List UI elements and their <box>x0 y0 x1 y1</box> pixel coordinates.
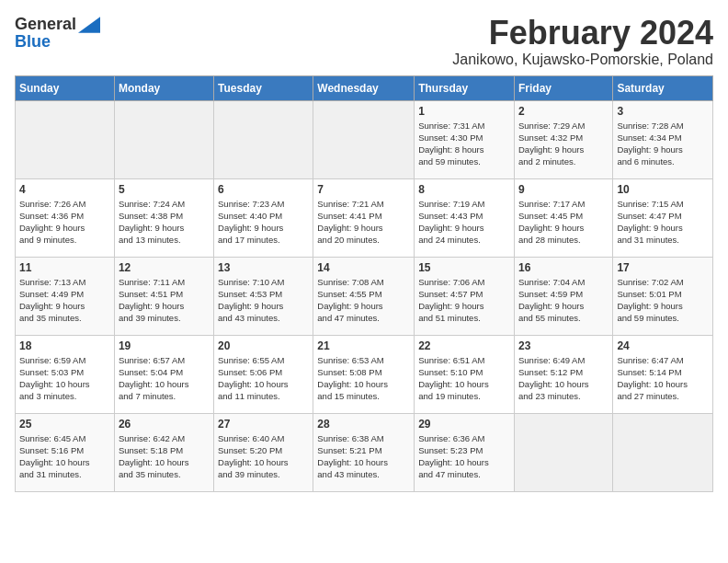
day-info: Sunrise: 7:06 AM Sunset: 4:57 PM Dayligh… <box>418 276 510 325</box>
day-info: Sunrise: 7:13 AM Sunset: 4:49 PM Dayligh… <box>19 276 110 325</box>
weekday-header-wednesday: Wednesday <box>313 75 415 100</box>
calendar-cell <box>114 100 213 178</box>
day-info: Sunrise: 6:49 AM Sunset: 5:12 PM Dayligh… <box>518 354 609 403</box>
weekday-header-monday: Monday <box>114 75 213 100</box>
weekday-header-thursday: Thursday <box>415 75 515 100</box>
day-number: 24 <box>617 339 709 352</box>
calendar-cell: 23Sunrise: 6:49 AM Sunset: 5:12 PM Dayli… <box>514 335 612 413</box>
day-info: Sunrise: 6:57 AM Sunset: 5:04 PM Dayligh… <box>119 354 210 403</box>
calendar-week-1: 1Sunrise: 7:31 AM Sunset: 4:30 PM Daylig… <box>16 100 713 178</box>
logo-general: General <box>15 15 76 34</box>
calendar-header: SundayMondayTuesdayWednesdayThursdayFrid… <box>16 75 713 100</box>
day-number: 17 <box>617 261 709 274</box>
day-info: Sunrise: 7:04 AM Sunset: 4:59 PM Dayligh… <box>518 276 609 325</box>
day-number: 22 <box>418 339 510 352</box>
calendar-cell: 7Sunrise: 7:21 AM Sunset: 4:41 PM Daylig… <box>313 178 415 257</box>
calendar-cell: 10Sunrise: 7:15 AM Sunset: 4:47 PM Dayli… <box>613 178 713 257</box>
day-number: 6 <box>218 183 309 196</box>
day-number: 3 <box>617 105 709 118</box>
calendar-cell: 14Sunrise: 7:08 AM Sunset: 4:55 PM Dayli… <box>313 257 415 335</box>
calendar-cell: 25Sunrise: 6:45 AM Sunset: 5:16 PM Dayli… <box>16 413 115 491</box>
calendar-cell: 5Sunrise: 7:24 AM Sunset: 4:38 PM Daylig… <box>114 178 213 257</box>
calendar-cell <box>613 413 713 491</box>
day-info: Sunrise: 7:10 AM Sunset: 4:53 PM Dayligh… <box>218 276 309 325</box>
day-info: Sunrise: 7:21 AM Sunset: 4:41 PM Dayligh… <box>317 198 410 247</box>
day-info: Sunrise: 7:24 AM Sunset: 4:38 PM Dayligh… <box>119 198 210 247</box>
calendar-week-5: 25Sunrise: 6:45 AM Sunset: 5:16 PM Dayli… <box>16 413 713 491</box>
calendar-cell: 11Sunrise: 7:13 AM Sunset: 4:49 PM Dayli… <box>16 257 115 335</box>
calendar-cell: 21Sunrise: 6:53 AM Sunset: 5:08 PM Dayli… <box>313 335 415 413</box>
day-info: Sunrise: 7:17 AM Sunset: 4:45 PM Dayligh… <box>518 198 609 247</box>
calendar-cell <box>514 413 612 491</box>
calendar-cell: 8Sunrise: 7:19 AM Sunset: 4:43 PM Daylig… <box>415 178 515 257</box>
title-section: February 2024 Janikowo, Kujawsko-Pomorsk… <box>452 15 713 68</box>
calendar-cell: 24Sunrise: 6:47 AM Sunset: 5:14 PM Dayli… <box>613 335 713 413</box>
calendar-cell: 3Sunrise: 7:28 AM Sunset: 4:34 PM Daylig… <box>613 100 713 178</box>
calendar-cell <box>16 100 115 178</box>
calendar-cell: 26Sunrise: 6:42 AM Sunset: 5:18 PM Dayli… <box>114 413 213 491</box>
calendar-cell: 1Sunrise: 7:31 AM Sunset: 4:30 PM Daylig… <box>415 100 515 178</box>
day-number: 29 <box>418 418 510 431</box>
day-info: Sunrise: 7:15 AM Sunset: 4:47 PM Dayligh… <box>617 198 709 247</box>
day-number: 5 <box>119 183 210 196</box>
day-number: 16 <box>518 261 609 274</box>
day-number: 1 <box>418 105 510 118</box>
weekday-header-sunday: Sunday <box>16 75 115 100</box>
calendar-cell: 9Sunrise: 7:17 AM Sunset: 4:45 PM Daylig… <box>514 178 612 257</box>
day-number: 27 <box>218 418 309 431</box>
logo-icon <box>78 17 100 33</box>
day-number: 23 <box>518 339 609 352</box>
day-number: 4 <box>19 183 110 196</box>
calendar-cell: 18Sunrise: 6:59 AM Sunset: 5:03 PM Dayli… <box>16 335 115 413</box>
svg-marker-0 <box>78 17 100 33</box>
logo-blue: Blue <box>15 32 51 52</box>
day-number: 25 <box>19 418 110 431</box>
calendar-cell: 20Sunrise: 6:55 AM Sunset: 5:06 PM Dayli… <box>214 335 313 413</box>
day-info: Sunrise: 6:59 AM Sunset: 5:03 PM Dayligh… <box>19 354 110 403</box>
calendar-cell: 17Sunrise: 7:02 AM Sunset: 5:01 PM Dayli… <box>613 257 713 335</box>
calendar-cell: 19Sunrise: 6:57 AM Sunset: 5:04 PM Dayli… <box>114 335 213 413</box>
day-info: Sunrise: 6:36 AM Sunset: 5:23 PM Dayligh… <box>418 432 510 481</box>
day-info: Sunrise: 6:42 AM Sunset: 5:18 PM Dayligh… <box>119 432 210 481</box>
day-info: Sunrise: 6:38 AM Sunset: 5:21 PM Dayligh… <box>317 432 410 481</box>
day-number: 20 <box>218 339 309 352</box>
day-info: Sunrise: 6:45 AM Sunset: 5:16 PM Dayligh… <box>19 432 110 481</box>
weekday-header-row: SundayMondayTuesdayWednesdayThursdayFrid… <box>16 75 713 100</box>
day-number: 14 <box>317 261 410 274</box>
day-info: Sunrise: 6:47 AM Sunset: 5:14 PM Dayligh… <box>617 354 709 403</box>
month-year-title: February 2024 <box>452 15 713 52</box>
day-number: 19 <box>119 339 210 352</box>
weekday-header-saturday: Saturday <box>613 75 713 100</box>
day-number: 7 <box>317 183 410 196</box>
day-info: Sunrise: 7:19 AM Sunset: 4:43 PM Dayligh… <box>418 198 510 247</box>
calendar-cell: 4Sunrise: 7:26 AM Sunset: 4:36 PM Daylig… <box>16 178 115 257</box>
calendar-cell: 6Sunrise: 7:23 AM Sunset: 4:40 PM Daylig… <box>214 178 313 257</box>
day-number: 9 <box>518 183 609 196</box>
calendar-cell: 13Sunrise: 7:10 AM Sunset: 4:53 PM Dayli… <box>214 257 313 335</box>
day-info: Sunrise: 7:02 AM Sunset: 5:01 PM Dayligh… <box>617 276 709 325</box>
day-info: Sunrise: 7:28 AM Sunset: 4:34 PM Dayligh… <box>617 120 709 168</box>
calendar-body: 1Sunrise: 7:31 AM Sunset: 4:30 PM Daylig… <box>16 100 713 491</box>
day-number: 8 <box>418 183 510 196</box>
day-number: 15 <box>418 261 510 274</box>
day-info: Sunrise: 7:29 AM Sunset: 4:32 PM Dayligh… <box>518 120 609 168</box>
day-number: 2 <box>518 105 609 118</box>
day-info: Sunrise: 6:51 AM Sunset: 5:10 PM Dayligh… <box>418 354 510 403</box>
calendar-cell: 27Sunrise: 6:40 AM Sunset: 5:20 PM Dayli… <box>214 413 313 491</box>
calendar-week-2: 4Sunrise: 7:26 AM Sunset: 4:36 PM Daylig… <box>16 178 713 257</box>
calendar-cell: 28Sunrise: 6:38 AM Sunset: 5:21 PM Dayli… <box>313 413 415 491</box>
calendar-cell: 12Sunrise: 7:11 AM Sunset: 4:51 PM Dayli… <box>114 257 213 335</box>
weekday-header-friday: Friday <box>514 75 612 100</box>
day-info: Sunrise: 7:11 AM Sunset: 4:51 PM Dayligh… <box>119 276 210 325</box>
day-info: Sunrise: 7:31 AM Sunset: 4:30 PM Dayligh… <box>418 120 510 168</box>
day-info: Sunrise: 7:08 AM Sunset: 4:55 PM Dayligh… <box>317 276 410 325</box>
location-subtitle: Janikowo, Kujawsko-Pomorskie, Poland <box>452 52 713 68</box>
day-number: 13 <box>218 261 309 274</box>
day-number: 10 <box>617 183 709 196</box>
day-number: 28 <box>317 418 410 431</box>
calendar-cell: 22Sunrise: 6:51 AM Sunset: 5:10 PM Dayli… <box>415 335 515 413</box>
page-header: General Blue February 2024 Janikowo, Kuj… <box>15 15 713 68</box>
day-info: Sunrise: 7:26 AM Sunset: 4:36 PM Dayligh… <box>19 198 110 247</box>
calendar-cell <box>313 100 415 178</box>
day-info: Sunrise: 6:53 AM Sunset: 5:08 PM Dayligh… <box>317 354 410 403</box>
